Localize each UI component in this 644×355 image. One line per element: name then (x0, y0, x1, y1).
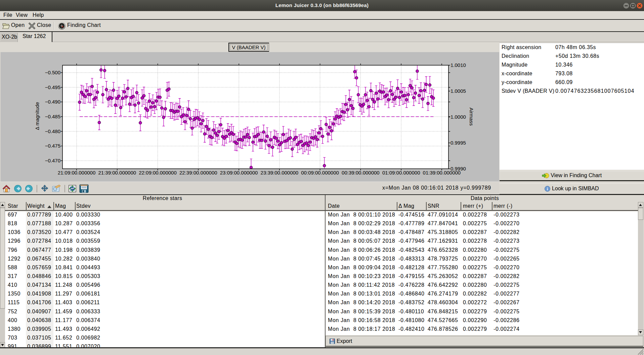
svg-text:−0.470: −0.470 (45, 158, 60, 163)
svg-text:23:09:00.000000: 23:09:00.000000 (220, 170, 258, 175)
svg-text:01:09:00.000000: 01:09:00.000000 (382, 170, 420, 175)
svg-text:21:39:00.000000: 21:39:00.000000 (98, 170, 136, 175)
svg-text:Airmass: Airmass (469, 108, 474, 126)
svg-text:Δ magnitude: Δ magnitude (34, 102, 40, 130)
svg-text:00:39:00.000000: 00:39:00.000000 (342, 170, 380, 175)
svg-text:01:39:00.000000: 01:39:00.000000 (423, 170, 461, 175)
svg-text:−0.495: −0.495 (45, 84, 60, 90)
svg-text:23:39:00.000000: 23:39:00.000000 (261, 170, 299, 175)
svg-text:1.0000: 1.0000 (450, 114, 466, 120)
svg-text:−0.485: −0.485 (45, 114, 60, 119)
svg-text:−0.500: −0.500 (45, 70, 60, 75)
svg-text:1.0005: 1.0005 (450, 88, 466, 94)
svg-text:00:09:00.000000: 00:09:00.000000 (301, 170, 339, 175)
svg-text:22:39:00.000000: 22:39:00.000000 (179, 170, 217, 175)
svg-text:−0.475: −0.475 (45, 143, 60, 149)
svg-text:1.0010: 1.0010 (450, 62, 466, 68)
svg-text:0.9995: 0.9995 (450, 140, 466, 146)
svg-text:21:09:00.000000: 21:09:00.000000 (58, 170, 96, 175)
svg-text:−0.480: −0.480 (45, 128, 60, 134)
svg-text:−0.490: −0.490 (45, 99, 60, 105)
svg-text:22:09:00.000000: 22:09:00.000000 (139, 170, 177, 175)
